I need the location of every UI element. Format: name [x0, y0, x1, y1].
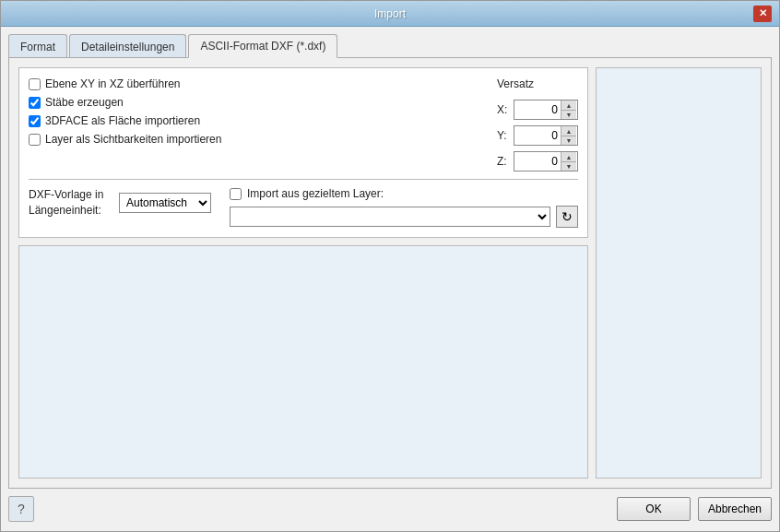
tab-content: Ebene XY in XZ überführen Stäbe erzeugen…: [8, 57, 772, 489]
versatz-column: Versatz X: ▲ ▼: [497, 77, 578, 171]
ok-button[interactable]: OK: [617, 497, 691, 521]
tab-detail[interactable]: Detaileinstellungen: [69, 34, 186, 58]
layer-section: DXF-Vorlage in Längeneinheit: Automatisc…: [29, 187, 578, 228]
lower-section: [18, 245, 588, 479]
upper-section: Ebene XY in XZ überführen Stäbe erzeugen…: [18, 67, 588, 238]
versatz-x-input[interactable]: [514, 100, 561, 119]
checkbox-staebe[interactable]: [29, 97, 41, 109]
close-button[interactable]: ✕: [753, 6, 772, 22]
import-layer-checkbox-row: Import aus gezieltem Layer:: [230, 187, 578, 200]
import-dialog: Import ✕ Format Detaileinstellungen ASCI…: [0, 0, 780, 532]
main-panels: Ebene XY in XZ überführen Stäbe erzeugen…: [18, 67, 762, 479]
versatz-z-input[interactable]: [514, 152, 561, 171]
dialog-buttons: OK Abbrechen: [617, 497, 772, 521]
left-column: Ebene XY in XZ überführen Stäbe erzeugen…: [18, 67, 588, 479]
checkboxes-column: Ebene XY in XZ überführen Stäbe erzeugen…: [29, 77, 479, 171]
versatz-y-down[interactable]: ▼: [561, 136, 576, 145]
versatz-y-label: Y:: [497, 129, 510, 142]
help-button[interactable]: ?: [8, 496, 34, 522]
versatz-z-up[interactable]: ▲: [561, 152, 576, 161]
versatz-z-label: Z:: [497, 155, 510, 168]
checkbox-staebe-row: Stäbe erzeugen: [29, 96, 479, 109]
versatz-z-down[interactable]: ▼: [561, 161, 576, 171]
checkbox-ebene-row: Ebene XY in XZ überführen: [29, 77, 479, 90]
tab-bar: Format Detaileinstellungen ASCII-Format …: [8, 34, 772, 58]
tab-format[interactable]: Format: [8, 34, 67, 58]
separator: [29, 179, 578, 180]
checkbox-staebe-label: Stäbe erzeugen: [45, 96, 124, 109]
bottom-bar: ? OK Abbrechen: [8, 489, 772, 524]
versatz-x-row: X: ▲ ▼: [497, 100, 578, 120]
tab-ascii[interactable]: ASCII-Format DXF (*.dxf): [188, 34, 337, 58]
import-layer-checkbox[interactable]: [230, 188, 242, 200]
import-layer-select-row: ↻: [230, 206, 578, 228]
import-layer-select[interactable]: [230, 207, 550, 227]
versatz-x-spin: ▲ ▼: [514, 100, 578, 120]
checkbox-face3d-label: 3DFACE als Fläche importieren: [45, 114, 200, 127]
checkbox-layer-row: Layer als Sichtbarkeiten importieren: [29, 133, 479, 146]
checkbox-ebene-label: Ebene XY in XZ überführen: [45, 77, 181, 90]
checkbox-face3d-row: 3DFACE als Fläche importieren: [29, 114, 479, 127]
dxf-select[interactable]: Automatisch Meter Zentimeter Millimeter: [119, 193, 211, 213]
versatz-y-input[interactable]: [514, 126, 561, 145]
versatz-x-up[interactable]: ▲: [561, 100, 576, 110]
import-layer-label: Import aus gezieltem Layer:: [247, 187, 384, 200]
versatz-y-row: Y: ▲ ▼: [497, 125, 578, 146]
checkbox-face3d[interactable]: [29, 115, 41, 127]
checkbox-layer-label: Layer als Sichtbarkeiten importieren: [45, 133, 221, 146]
versatz-y-spin: ▲ ▼: [514, 125, 578, 146]
versatz-x-label: X:: [497, 103, 510, 116]
versatz-y-spinbtns: ▲ ▼: [561, 126, 576, 145]
versatz-x-down[interactable]: ▼: [561, 110, 576, 119]
dxf-label: DXF-Vorlage in Längeneinheit:: [29, 187, 112, 219]
title-bar: Import ✕: [1, 1, 779, 27]
versatz-y-up[interactable]: ▲: [561, 126, 576, 136]
options-grid: Ebene XY in XZ überführen Stäbe erzeugen…: [29, 77, 578, 171]
checkbox-layer[interactable]: [29, 134, 41, 146]
dxf-row: DXF-Vorlage in Längeneinheit: Automatisc…: [29, 187, 211, 219]
versatz-x-spinbtns: ▲ ▼: [561, 100, 576, 119]
right-panel: [596, 67, 762, 479]
versatz-title: Versatz: [497, 77, 578, 90]
cancel-button[interactable]: Abbrechen: [698, 497, 772, 521]
refresh-button[interactable]: ↻: [556, 206, 578, 228]
versatz-z-spin: ▲ ▼: [514, 151, 578, 171]
window-title: Import: [27, 7, 753, 20]
versatz-z-row: Z: ▲ ▼: [497, 151, 578, 171]
versatz-z-spinbtns: ▲ ▼: [561, 152, 576, 171]
content-area: Format Detaileinstellungen ASCII-Format …: [1, 27, 779, 531]
checkbox-ebene[interactable]: [29, 78, 41, 90]
